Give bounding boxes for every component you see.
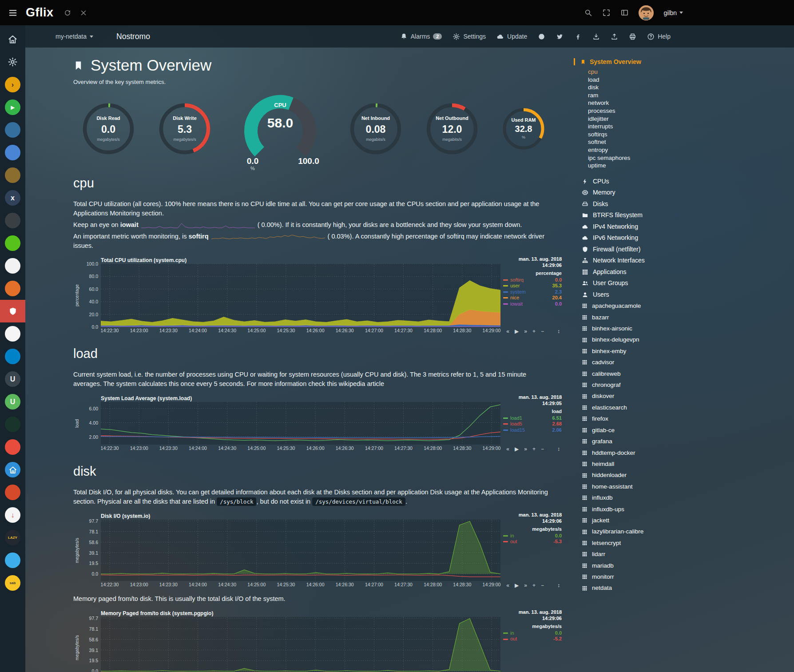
- menu-item-interrupts[interactable]: interrupts: [588, 123, 790, 131]
- app-shortcut[interactable]: [0, 481, 25, 504]
- chart-plot[interactable]: [101, 402, 500, 445]
- menu-app-bazarr[interactable]: bazarr: [582, 312, 790, 323]
- menu-section-user-groups[interactable]: User Groups: [582, 278, 790, 289]
- nav-twitter-icon[interactable]: [556, 33, 564, 40]
- chart-forward-button[interactable]: »: [524, 446, 527, 452]
- menu-section-disks[interactable]: Disks: [582, 199, 790, 210]
- app-shortcut[interactable]: U: [0, 390, 25, 413]
- app-shortcut[interactable]: ›: [0, 73, 25, 96]
- menu-app-binhex-airsonic[interactable]: binhex-airsonic: [582, 323, 790, 334]
- chart-resize-handle[interactable]: ↕: [557, 328, 560, 334]
- app-shortcut[interactable]: [0, 458, 25, 481]
- chart-forward-button[interactable]: »: [524, 582, 527, 588]
- used-ram-gauge[interactable]: Used RAM32.8%: [500, 106, 547, 152]
- menu-app-diskover[interactable]: diskover: [582, 390, 790, 402]
- menu-app-mariadb[interactable]: mariadb: [582, 560, 790, 571]
- menu-section-network-interfaces[interactable]: Network Interfaces: [582, 255, 790, 266]
- nav-export-icon[interactable]: [611, 33, 618, 40]
- chart-zoom-out-button[interactable]: −: [541, 328, 544, 334]
- menu-app-calibreweb[interactable]: calibreweb: [582, 368, 790, 379]
- chart-backward-button[interactable]: «: [506, 446, 509, 452]
- menu-app-monitorr[interactable]: monitorr: [582, 571, 790, 582]
- menu-app-binhex-emby[interactable]: binhex-emby: [582, 346, 790, 357]
- legend-item-in[interactable]: in0.0: [503, 630, 562, 636]
- nav-alarms-button[interactable]: Alarms2: [400, 33, 442, 40]
- menu-app-influxdb[interactable]: influxdb: [582, 492, 790, 503]
- menu-section-applications[interactable]: Applications: [582, 266, 790, 278]
- menu-app-cadvisor[interactable]: cadvisor: [582, 357, 790, 368]
- close-icon[interactable]: [79, 9, 87, 17]
- menu-app-elasticsearch[interactable]: elasticsearch: [582, 402, 790, 413]
- chart-resize-handle[interactable]: ↕: [557, 446, 560, 452]
- menu-section-ipv4-networking[interactable]: IPv4 Networking: [582, 221, 790, 233]
- search-icon[interactable]: [584, 8, 592, 17]
- chart-backward-button[interactable]: «: [506, 328, 509, 334]
- legend-item-out[interactable]: out-5.2: [503, 636, 562, 642]
- menu-section-btrfs-filesystem[interactable]: BTRFS filesystem: [582, 210, 790, 221]
- menu-item-softirqs[interactable]: softirqs: [588, 131, 790, 139]
- menu-app-chronograf[interactable]: chronograf: [582, 379, 790, 390]
- app-shortcut[interactable]: sab: [0, 572, 25, 594]
- app-shortcut[interactable]: [0, 232, 25, 254]
- nav-update-button[interactable]: Update: [496, 33, 527, 40]
- nav-settings-button[interactable]: Settings: [453, 33, 486, 40]
- menu-section-memory[interactable]: Memory: [582, 187, 790, 199]
- menu-app-lazylibrarian-calibre[interactable]: lazylibrarian-calibre: [582, 526, 790, 537]
- menu-item-load[interactable]: load: [588, 76, 790, 84]
- server-dropdown[interactable]: my-netdata: [56, 33, 93, 40]
- disk-read-gauge[interactable]: Disk Read0.0megabytes/s: [80, 101, 136, 157]
- legend-item-softirq[interactable]: softirq0.0: [503, 277, 562, 283]
- app-shortcut[interactable]: [0, 549, 25, 572]
- legend-item-load1[interactable]: load16.51: [503, 415, 562, 421]
- app-shortcut[interactable]: [0, 141, 25, 164]
- app-shortcut[interactable]: [0, 277, 25, 300]
- app-shortcut[interactable]: x: [0, 187, 25, 209]
- menu-section-cpus[interactable]: CPUs: [582, 176, 790, 187]
- menu-app-heimdall[interactable]: heimdall: [582, 458, 790, 469]
- app-shortcut[interactable]: U: [0, 368, 25, 390]
- menu-item-cpu[interactable]: cpu: [588, 68, 790, 76]
- menu-app-influxdb-ups[interactable]: influxdb-ups: [582, 504, 790, 515]
- app-shortcut[interactable]: [0, 254, 25, 277]
- app-shortcut[interactable]: [0, 436, 25, 458]
- menu-app-hddtemp-docker[interactable]: hddtemp-docker: [582, 447, 790, 458]
- legend-item-nice[interactable]: nice20.4: [503, 295, 562, 301]
- legend-item-in[interactable]: in0.0: [503, 533, 562, 539]
- refresh-icon[interactable]: [64, 9, 71, 17]
- menu-section-users[interactable]: Users: [582, 289, 790, 301]
- menu-item-uptime[interactable]: uptime: [588, 162, 790, 170]
- legend-item-user[interactable]: user35.3: [503, 283, 562, 289]
- nav-facebook-icon[interactable]: [574, 33, 582, 40]
- app-shortcut[interactable]: [0, 164, 25, 187]
- chart-plot[interactable]: [101, 617, 500, 672]
- legend-item-iowait[interactable]: iowait0.0: [503, 301, 562, 307]
- chart-backward-button[interactable]: «: [506, 582, 509, 588]
- chart-resize-handle[interactable]: ↕: [557, 582, 560, 588]
- disk-write-gauge[interactable]: Disk Write5.3megabytes/s: [157, 101, 213, 157]
- chart-forward-button[interactable]: »: [524, 328, 527, 334]
- app-shortcut[interactable]: [0, 300, 25, 322]
- menu-section-firewall-netfilter[interactable]: Firewall (netfilter): [582, 244, 790, 255]
- user-menu[interactable]: gilbn: [663, 9, 683, 16]
- menu-app-grafana[interactable]: grafana: [582, 436, 790, 447]
- legend-item-system[interactable]: system2.3: [503, 289, 562, 295]
- menu-app-gitlab-ce[interactable]: gitlab-ce: [582, 425, 790, 436]
- app-shortcut[interactable]: ▸: [0, 96, 25, 119]
- menu-system-overview[interactable]: System Overview: [574, 58, 790, 65]
- app-shortcut[interactable]: [0, 322, 25, 345]
- menu-item-disk[interactable]: disk: [588, 84, 790, 91]
- home-button[interactable]: [0, 28, 25, 51]
- menu-item-softnet[interactable]: softnet: [588, 138, 790, 146]
- chart-zoom-in-button[interactable]: +: [532, 446, 536, 452]
- layout-icon[interactable]: [620, 8, 629, 17]
- menu-item-processes[interactable]: processes: [588, 107, 790, 115]
- chart-play-button[interactable]: ▶: [515, 328, 519, 334]
- net-outbound-gauge[interactable]: Net Outbound12.0megabits/s: [424, 101, 480, 157]
- menu-item-ram[interactable]: ram: [588, 91, 790, 99]
- menu-app-firefox[interactable]: firefox: [582, 413, 790, 424]
- chart-plot[interactable]: [101, 264, 500, 327]
- app-shortcut[interactable]: [0, 413, 25, 436]
- chart-plot[interactable]: [101, 520, 500, 581]
- cpu-gauge[interactable]: CPU58.00.0100.0%: [233, 87, 327, 171]
- menu-section-ipv6-networking[interactable]: IPv6 Networking: [582, 232, 790, 244]
